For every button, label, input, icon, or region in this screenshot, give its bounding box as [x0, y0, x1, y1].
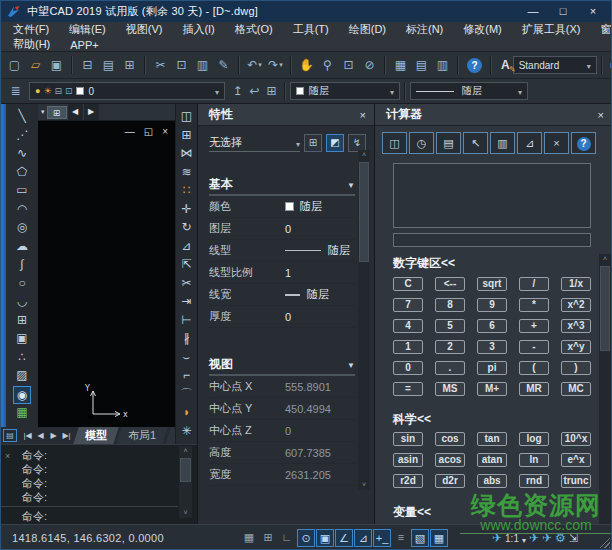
calc-key-+[interactable]: + — [519, 319, 549, 333]
property-value[interactable]: 2631.205 — [285, 469, 331, 481]
calc-key-x^2[interactable]: x^2 — [561, 298, 591, 312]
fullscreen-icon[interactable]: ⇲ — [569, 532, 578, 545]
chevron-down-icon[interactable] — [390, 86, 394, 97]
property-row-linetype-scale[interactable]: 线型比例 1 — [209, 262, 355, 284]
toolbar-zoom-realtime-button[interactable]: ⚲ — [318, 56, 337, 75]
tab-next-button[interactable]: ▶ — [47, 431, 60, 440]
menu-item-N[interactable]: 标注(N) — [396, 22, 453, 37]
snap-toggle[interactable]: ⊞ — [259, 529, 277, 547]
menu-item-APP+[interactable]: APP+ — [60, 39, 108, 51]
chevron-down-icon[interactable]: ▾ — [41, 108, 45, 116]
sun-icon[interactable]: ☀ — [43, 86, 51, 96]
property-value[interactable]: 0 — [285, 311, 291, 323]
calc-key-MS[interactable]: MS — [435, 382, 465, 396]
calc-key-10^x[interactable]: 10^x — [561, 432, 591, 446]
dynamic-input-toggle[interactable]: +_ — [373, 529, 391, 547]
calc-key-ln[interactable]: ln — [519, 453, 549, 467]
spline-t_ool-button[interactable]: ∫ — [13, 256, 31, 274]
lock-icon[interactable]: ⊡ — [65, 86, 73, 96]
scroll-left-button[interactable]: ◀ — [67, 104, 83, 120]
properties-close-icon[interactable]: × — [360, 109, 366, 121]
toolbar-design-center-button[interactable]: ▤ — [412, 56, 431, 75]
make-block-t_ool-button[interactable]: ▣ — [13, 330, 31, 348]
calc-key-3[interactable]: 3 — [477, 340, 507, 354]
calc-key-sin[interactable]: sin — [393, 432, 423, 446]
donut-t_ool-button[interactable]: ◉ — [13, 386, 31, 404]
calc-key-sqrt[interactable]: sqrt — [477, 277, 507, 291]
extend-tool-button[interactable]: ⇥ — [178, 293, 196, 311]
calc-key-acos[interactable]: acos — [435, 453, 465, 467]
workspace-switch-toggle[interactable]: ▦ — [430, 529, 448, 547]
property-row-center-z[interactable]: 中心点 Z 0 — [209, 420, 355, 442]
hatch-t_ool-button[interactable]: ▨ — [13, 367, 31, 385]
scroll-right-button[interactable]: ▶ — [83, 104, 99, 120]
menu-item-O[interactable]: 格式(O) — [225, 22, 283, 37]
rotate-tool-button[interactable]: ↻ — [178, 219, 196, 237]
calc-key-MR[interactable]: MR — [519, 382, 549, 396]
scroll-down-icon[interactable]: ˅ — [179, 508, 192, 518]
ortho-toggle[interactable]: ∟ — [278, 529, 296, 547]
calc-key-=[interactable]: = — [393, 382, 423, 396]
annotation-visibility-icon[interactable]: ✈ — [529, 531, 539, 545]
docked-tool-button[interactable]: ⊞ — [47, 106, 67, 119]
property-value[interactable]: 1 — [285, 267, 291, 279]
property-row-height[interactable]: 高度 607.7385 — [209, 442, 355, 464]
calc-key-8[interactable]: 8 — [435, 298, 465, 312]
chevron-down-icon[interactable] — [522, 529, 526, 547]
break-at-point-tool-button[interactable]: ⊢ — [178, 312, 196, 330]
calc-key-x^y[interactable]: x^y — [561, 340, 591, 354]
annotation-auto-scale-icon[interactable]: ✈ — [542, 531, 552, 545]
linetype-combo[interactable]: 随层 — [410, 82, 528, 100]
layer-manager-button[interactable]: ≣ — [6, 82, 25, 101]
property-value[interactable]: 随层 — [328, 243, 350, 258]
calc-key-d2r[interactable]: d2r — [435, 474, 465, 488]
object-snap-toggle[interactable]: ▣ — [316, 529, 334, 547]
calc-key-log[interactable]: log — [519, 432, 549, 446]
calc-key-1x[interactable]: 1/x — [561, 277, 591, 291]
dynamic-ucs-toggle[interactable]: ⊿ — [354, 529, 372, 547]
properties-header[interactable]: 特性 × — [198, 104, 374, 126]
calc-key-C[interactable]: C — [393, 277, 423, 291]
scrollbar-thumb[interactable] — [180, 458, 191, 482]
tab-model[interactable]: 模型 — [73, 427, 119, 444]
scroll-up-icon[interactable]: ˄ — [599, 254, 611, 264]
calc-key-x^3[interactable]: x^3 — [561, 319, 591, 333]
menu-item-T[interactable]: 工具(T) — [283, 22, 339, 37]
toolbar-print-button[interactable]: ⊟ — [78, 56, 97, 75]
scrollbar-thumb[interactable] — [359, 162, 369, 262]
toolbar-new-button[interactable]: ▢ — [5, 56, 24, 75]
scroll-up-icon[interactable]: ˄ — [358, 150, 370, 160]
copy-object-tool-button[interactable]: ⊞ — [178, 127, 196, 145]
ellipse-arc-t_ool-button[interactable]: ◡ — [13, 293, 31, 311]
numpad-section-label[interactable]: 数字键区<< — [393, 255, 612, 272]
lineweight-display-toggle[interactable]: ≡ — [392, 529, 410, 547]
scientific-section-label[interactable]: 科学<< — [393, 411, 612, 428]
calc-key-2[interactable]: 2 — [435, 340, 465, 354]
object-snap-tracking-toggle[interactable]: ∠ — [335, 529, 353, 547]
document-restore-button[interactable]: ◱ — [144, 126, 153, 137]
gear-icon[interactable]: ⚙ — [555, 531, 566, 545]
property-value[interactable]: 607.7385 — [285, 447, 331, 459]
selection-combo[interactable]: 无选择 — [209, 134, 300, 152]
document-close-button[interactable]: × — [162, 126, 168, 137]
calc-key-M+[interactable]: M+ — [477, 382, 507, 396]
calc-key-r2d[interactable]: r2d — [393, 474, 423, 488]
calc-key-atan[interactable]: atan — [477, 453, 507, 467]
section-basic-header[interactable]: 基本 — [209, 174, 355, 196]
scrollbar-thumb[interactable] — [600, 266, 610, 351]
revision-cloud-t_ool-button[interactable]: ☁ — [13, 238, 31, 256]
text-style-combo[interactable]: Standard — [513, 56, 597, 74]
plot-icon[interactable]: ⊟ — [55, 86, 63, 96]
scroll-down-icon[interactable]: ˅ — [358, 480, 370, 490]
chevron-down-icon[interactable] — [215, 86, 219, 97]
annotation-scale-value[interactable]: 1:1 — [505, 533, 519, 544]
grid-toggle[interactable]: ▦ — [240, 529, 258, 547]
calc-key-cos[interactable]: cos — [435, 432, 465, 446]
resize-grip[interactable] — [597, 535, 610, 548]
calc-key-3[interactable]: / — [519, 277, 549, 291]
trim-tool-button[interactable]: ✂ — [178, 275, 196, 293]
ellipse-t_ool-button[interactable]: ○ — [13, 275, 31, 293]
calc-key-e^x[interactable]: e^x — [561, 453, 591, 467]
calc-key--[interactable]: - — [519, 340, 549, 354]
toolbar-cut-button[interactable]: ✂ — [151, 56, 170, 75]
